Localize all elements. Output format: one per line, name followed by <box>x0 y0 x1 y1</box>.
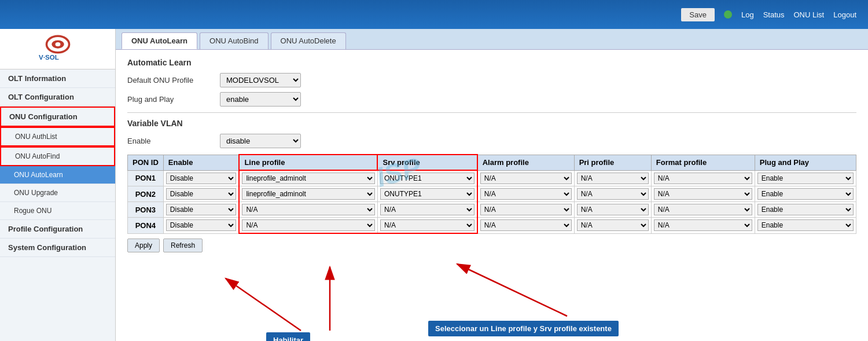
pon1-format-cell: N/A <box>651 170 755 186</box>
default-onu-profile-select[interactable]: MODELOVSOL <box>220 73 301 87</box>
sidebar-item-onu-configuration[interactable]: ONU Configuration <box>0 107 115 127</box>
col-line-profile: Line profile <box>239 155 377 170</box>
pon3-enable-cell: DisableEnable <box>163 202 239 218</box>
apply-button[interactable]: Apply <box>127 239 160 252</box>
pon3-line-profile-cell: N/Alineprofile_adminolt <box>239 202 377 218</box>
vlan-enable-label: Enable <box>127 137 214 145</box>
svg-line-5 <box>226 278 301 331</box>
sidebar-item-olt-configuration[interactable]: OLT Configuration <box>0 88 115 107</box>
save-button[interactable]: Save <box>681 8 715 21</box>
pon1-line-profile-select[interactable]: lineprofile_adminoltN/A <box>242 173 375 184</box>
pon3-format-cell: N/A <box>651 202 755 218</box>
pon3-alarm-cell: N/A <box>477 202 574 218</box>
pon3-enable-select[interactable]: DisableEnable <box>166 204 237 215</box>
pon3-pnp-select[interactable]: EnableDisable <box>757 204 854 215</box>
sidebar-item-profile-configuration[interactable]: Profile Configuration <box>0 220 115 239</box>
col-enable: Enable <box>163 155 239 170</box>
table-row: PON4 DisableEnable N/Alineprofile_admino… <box>128 218 856 234</box>
sidebar-item-rogue-onu[interactable]: Rogue ONU <box>0 202 115 220</box>
pon2-enable-select[interactable]: DisableEnable <box>166 188 237 200</box>
pon1-alarm-select[interactable]: N/A <box>480 173 572 184</box>
table-row: PON1 DisableEnable lineprofile_adminoltN… <box>128 170 856 186</box>
section-divider <box>127 112 856 113</box>
pon1-pri-select[interactable]: N/A <box>577 173 649 184</box>
pon1-alarm-cell: N/A <box>477 170 574 186</box>
pon1-id: PON1 <box>128 170 164 186</box>
col-plug-and-play: Plug and Play <box>755 155 856 170</box>
pon4-alarm-select[interactable]: N/A <box>480 219 572 231</box>
pon3-pri-cell: N/A <box>574 202 651 218</box>
pon4-srv-profile-select[interactable]: N/AONUTYPE1 <box>380 219 475 231</box>
pon1-enable-select[interactable]: DisableEnable <box>166 173 237 184</box>
pon4-pri-select[interactable]: N/A <box>577 219 649 231</box>
pon2-alarm-cell: N/A <box>477 186 574 202</box>
pon1-pri-cell: N/A <box>574 170 651 186</box>
annotations-area: Habilitar Seleccionar un Line profile y … <box>127 255 856 341</box>
svg-point-2 <box>55 42 60 46</box>
pon2-id: PON2 <box>128 186 164 202</box>
sidebar-item-system-configuration[interactable]: System Configuration <box>0 239 115 257</box>
variable-vlan-title: Variable VLAN <box>127 119 856 128</box>
sidebar-item-onu-authlist[interactable]: ONU AuthList <box>0 127 115 146</box>
pon3-format-select[interactable]: N/A <box>654 204 752 215</box>
pon3-srv-profile-select[interactable]: N/AONUTYPE1 <box>380 204 475 215</box>
pon2-format-select[interactable]: N/A <box>654 188 752 200</box>
automatic-learn-title: Automatic Learn <box>127 58 856 67</box>
pon1-pnp-select[interactable]: EnableDisable <box>757 173 854 184</box>
pon1-enable-cell: DisableEnable <box>163 170 239 186</box>
table-row: PON2 DisableEnable lineprofile_adminoltN… <box>128 186 856 202</box>
plug-and-play-row: Plug and Play enable disable <box>127 92 856 107</box>
refresh-button[interactable]: Refresh <box>163 239 203 252</box>
pon3-alarm-select[interactable]: N/A <box>480 204 572 215</box>
pon2-format-cell: N/A <box>651 186 755 202</box>
pon2-enable-cell: DisableEnable <box>163 186 239 202</box>
pon2-pri-select[interactable]: N/A <box>577 188 649 200</box>
pon4-alarm-cell: N/A <box>477 218 574 234</box>
logout-link[interactable]: Logout <box>833 10 856 19</box>
pon4-pnp-cell: EnableDisable <box>755 218 856 234</box>
tab-onu-autobind[interactable]: ONU AutoBind <box>200 32 269 49</box>
sidebar-item-onu-upgrade[interactable]: ONU Upgrade <box>0 184 115 202</box>
status-link[interactable]: Status <box>763 10 785 19</box>
seleccionar-annotation: Seleccionar un Line profile y Srv profil… <box>428 321 619 336</box>
pon4-pri-cell: N/A <box>574 218 651 234</box>
pon2-alarm-select[interactable]: N/A <box>480 188 572 200</box>
habilitar-annotation: Habilitar <box>266 332 310 341</box>
pon1-line-profile-cell: lineprofile_adminoltN/A <box>239 170 377 186</box>
vlan-enable-row: Enable disable enable <box>127 134 856 148</box>
pon3-line-profile-select[interactable]: N/Alineprofile_adminolt <box>242 204 375 215</box>
onu-list-link[interactable]: ONU List <box>794 10 825 19</box>
plug-and-play-select[interactable]: enable disable <box>220 92 301 107</box>
pon3-pnp-cell: EnableDisable <box>755 202 856 218</box>
content-area: ONU AutoLearn ONU AutoBind ONU AutoDelet… <box>116 29 868 341</box>
pon4-format-cell: N/A <box>651 218 755 234</box>
pon2-srv-profile-cell: ONUTYPE1N/A <box>377 186 477 202</box>
pon4-format-select[interactable]: N/A <box>654 219 752 231</box>
pon-config-table: PON ID Enable Line profile Srv profile A… <box>127 154 856 234</box>
sidebar-item-onu-autolearn[interactable]: ONU AutoLearn <box>0 166 115 184</box>
pon1-pnp-cell: EnableDisable <box>755 170 856 186</box>
vlan-enable-select[interactable]: disable enable <box>220 134 301 148</box>
pon4-enable-cell: DisableEnable <box>163 218 239 234</box>
pon2-pnp-select[interactable]: EnableDisable <box>757 188 854 200</box>
pon4-enable-select[interactable]: DisableEnable <box>166 219 237 231</box>
pon4-pnp-select[interactable]: EnableDisable <box>757 219 854 231</box>
sidebar-item-olt-information[interactable]: OLT Information <box>0 69 115 88</box>
table-actions: Apply Refresh <box>127 239 856 252</box>
pon1-srv-profile-select[interactable]: ONUTYPE1N/A <box>380 173 475 184</box>
col-pri-profile: Pri profile <box>574 155 651 170</box>
log-link[interactable]: Log <box>741 10 754 19</box>
tab-onu-autolearn[interactable]: ONU AutoLearn <box>122 32 197 49</box>
sidebar-item-onu-autofind[interactable]: ONU AutoFind <box>0 146 115 166</box>
tab-onu-autodelete[interactable]: ONU AutoDelete <box>271 32 346 49</box>
pon1-format-select[interactable]: N/A <box>654 173 752 184</box>
status-indicator <box>724 10 732 19</box>
col-alarm-profile: Alarm profile <box>477 155 574 170</box>
pon4-line-profile-select[interactable]: N/Alineprofile_adminolt <box>242 219 375 231</box>
pon3-pri-select[interactable]: N/A <box>577 204 649 215</box>
plug-and-play-label: Plug and Play <box>127 95 214 104</box>
pon2-line-profile-select[interactable]: lineprofile_adminoltN/A <box>242 188 375 200</box>
pon2-srv-profile-select[interactable]: ONUTYPE1N/A <box>380 188 475 200</box>
table-row: PON3 DisableEnable N/Alineprofile_admino… <box>128 202 856 218</box>
col-format-profile: Format profile <box>651 155 755 170</box>
